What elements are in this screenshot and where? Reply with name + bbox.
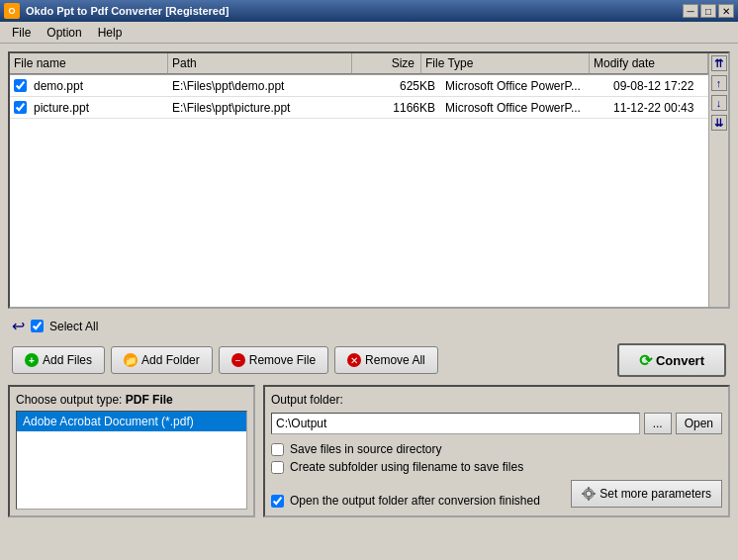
row-2-filetype: Microsoft Office PowerP... (441, 99, 609, 117)
svg-rect-2 (588, 487, 590, 490)
menu-help[interactable]: Help (90, 24, 131, 42)
col-path: Path (168, 53, 352, 74)
remove-icon: − (231, 353, 245, 367)
checkbox-row-1: Save files in source directory (271, 442, 722, 456)
svg-rect-5 (593, 493, 596, 495)
row-2-check[interactable] (10, 99, 30, 116)
scroll-controls: ⇈ ↑ ↓ ⇊ (708, 53, 728, 307)
col-filetype: File Type (421, 53, 590, 74)
plus-icon: + (25, 353, 39, 367)
output-folder-panel: Output folder: ... Open Save files in so… (263, 385, 730, 517)
select-all-label: Select All (49, 320, 98, 333)
back-icon: ↩ (12, 317, 25, 335)
title-bar: O Okdo Ppt to Pdf Converter [Registered]… (0, 0, 738, 22)
remove-all-icon: ✕ (347, 353, 361, 367)
table-row[interactable]: demo.ppt E:\Files\ppt\demo.ppt 625KB Mic… (10, 75, 728, 97)
scroll-bottom-button[interactable]: ⇊ (711, 115, 727, 131)
title-buttons: ─ □ ✕ (683, 4, 734, 18)
row-1-size: 625KB (372, 77, 441, 95)
row-1-filename: demo.ppt (30, 77, 168, 95)
set-more-params-button[interactable]: Set more parameters (571, 480, 722, 508)
row-1-path: E:\Files\ppt\demo.ppt (168, 77, 372, 95)
output-type-panel: Choose output type: PDF File Adobe Acrob… (8, 385, 255, 517)
maximize-button[interactable]: □ (700, 4, 716, 18)
col-moddate: Modify date (590, 53, 708, 74)
scroll-down-button[interactable]: ↓ (711, 95, 727, 111)
file-table-body: demo.ppt E:\Files\ppt\demo.ppt 625KB Mic… (10, 75, 728, 307)
select-all-checkbox[interactable] (31, 320, 44, 332)
scroll-top-button[interactable]: ⇈ (711, 55, 727, 71)
remove-all-button[interactable]: ✕ Remove All (334, 346, 438, 374)
svg-rect-3 (588, 498, 590, 501)
add-files-button[interactable]: + Add Files (12, 346, 105, 374)
bottom-panel: Choose output type: PDF File Adobe Acrob… (8, 385, 730, 517)
output-type-list[interactable]: Adobe Acrobat Document (*.pdf) (16, 411, 247, 510)
folder-icon: 📁 (124, 353, 138, 367)
file-list-container: File name Path Size File Type Modify dat… (8, 51, 730, 309)
gear-icon (582, 487, 596, 501)
create-subfolder-checkbox[interactable] (271, 461, 284, 474)
title-bar-text: O Okdo Ppt to Pdf Converter [Registered] (4, 3, 229, 19)
col-size: Size (352, 53, 421, 74)
menu-bar: File Option Help (0, 22, 738, 44)
row-1-check[interactable] (10, 77, 30, 94)
checkbox-row-3: Open the output folder after conversion … (271, 494, 540, 508)
output-type-item[interactable]: Adobe Acrobat Document (*.pdf) (17, 412, 246, 431)
checkbox-row-2: Create subfolder using filename to save … (271, 460, 722, 474)
convert-icon: ⟳ (639, 351, 652, 370)
open-folder-button[interactable]: Open (676, 413, 722, 434)
row-2-size: 1166KB (372, 99, 441, 117)
scroll-up-button[interactable]: ↑ (711, 75, 727, 91)
menu-file[interactable]: File (4, 24, 39, 42)
table-row[interactable]: picture.ppt E:\Files\ppt\picture.ppt 116… (10, 97, 728, 119)
row-2-filename: picture.ppt (30, 99, 168, 117)
create-subfolder-label: Create subfolder using filename to save … (290, 460, 523, 474)
open-after-convert-label: Open the output folder after conversion … (290, 494, 540, 508)
minimize-button[interactable]: ─ (683, 4, 698, 18)
svg-point-0 (586, 491, 592, 497)
select-all-bar: ↩ Select All (4, 313, 734, 339)
remove-file-button[interactable]: − Remove File (219, 346, 328, 374)
app-icon: O (4, 3, 20, 19)
menu-option[interactable]: Option (39, 24, 89, 42)
buttons-row: + Add Files 📁 Add Folder − Remove File ✕… (4, 339, 734, 381)
output-folder-label: Output folder: (271, 393, 722, 407)
browse-button[interactable]: ... (644, 413, 672, 434)
folder-input-row: ... Open (271, 413, 722, 434)
folder-path-input[interactable] (271, 413, 640, 434)
bottom-row: Open the output folder after conversion … (271, 480, 722, 508)
add-folder-button[interactable]: 📁 Add Folder (111, 346, 213, 374)
output-type-label: Choose output type: PDF File (16, 393, 247, 407)
row-1-filetype: Microsoft Office PowerP... (441, 77, 609, 95)
open-after-convert-checkbox[interactable] (271, 495, 284, 508)
main-container: File name Path Size File Type Modify dat… (0, 44, 738, 525)
row-2-path: E:\Files\ppt\picture.ppt (168, 99, 372, 117)
save-in-source-label: Save files in source directory (290, 442, 441, 456)
convert-button[interactable]: ⟳ Convert (617, 343, 726, 377)
save-in-source-checkbox[interactable] (271, 443, 284, 456)
window-title: Okdo Ppt to Pdf Converter [Registered] (26, 5, 229, 17)
svg-rect-4 (582, 493, 585, 495)
table-header: File name Path Size File Type Modify dat… (10, 53, 728, 75)
col-filename: File name (10, 53, 168, 74)
close-button[interactable]: ✕ (718, 4, 734, 18)
